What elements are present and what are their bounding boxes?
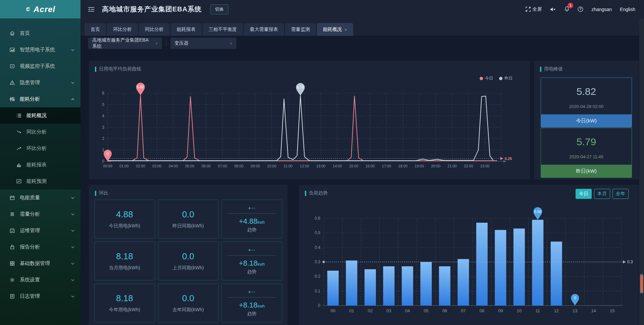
home-icon: [9, 31, 15, 36]
chevron-up-icon: [71, 98, 74, 101]
panel-title: 用电峰值: [540, 66, 563, 72]
sidebar-item-base-data[interactable]: 基础数据管理: [0, 255, 80, 272]
line-chart-box-icon: [16, 178, 22, 184]
svg-text:15:00: 15:00: [349, 164, 359, 168]
mute-icon[interactable]: [550, 7, 556, 12]
svg-text:07:00: 07:00: [218, 164, 227, 168]
svg-text:04:00: 04:00: [169, 164, 178, 168]
tab-energy-overview[interactable]: 能耗概况 ×: [317, 23, 353, 36]
sidebar-item-energy-analysis[interactable]: 能耗分析: [0, 91, 80, 107]
sidebar-item-log-management[interactable]: 日志管理: [0, 288, 80, 305]
svg-text:0.25: 0.25: [505, 157, 512, 161]
sidebar-item-label: 智慧用电子系统: [20, 47, 71, 53]
peak-value: 5.82: [541, 78, 632, 97]
chevron-down-icon: [71, 262, 74, 265]
filter-row: 高地城市服务产业集团EBA系统 ∨ 变压器 ∨: [88, 38, 236, 49]
grid-icon: [9, 261, 15, 266]
sidebar-item-video[interactable]: 视频监控子系统: [0, 58, 80, 74]
sidebar-subitem-energy-forecast[interactable]: 能耗预测: [0, 173, 80, 189]
sidebar-subitem-energy-report[interactable]: 能耗报表: [0, 157, 80, 173]
svg-text:21:00: 21:00: [447, 164, 457, 168]
svg-text:05: 05: [424, 308, 428, 313]
language-switch[interactable]: English: [620, 7, 635, 12]
close-icon[interactable]: ×: [344, 27, 347, 32]
scrollbar-track[interactable]: [639, 18, 644, 325]
sidebar-subitem-energy-overview[interactable]: 能耗概况: [0, 107, 80, 124]
gear-icon: [9, 277, 15, 283]
svg-text:0.2: 0.2: [315, 274, 320, 279]
collapse-sidebar-icon[interactable]: [88, 7, 95, 12]
sidebar-item-label: 报告分析: [20, 244, 71, 250]
sidebar-item-home[interactable]: 首页: [0, 25, 80, 42]
sidebar-nav: 首页 智慧用电子系统 视频监控子系统 隐患管理 能耗分析 能耗概况: [0, 18, 80, 305]
sidebar-item-label: 运维管理: [20, 227, 71, 234]
bar-chart-icon: [16, 162, 22, 168]
header-actions: 全屏 1 zhangsan English: [526, 6, 644, 13]
peak-time: 2020-04-27 11:45: [541, 154, 632, 165]
area-chart-icon: [9, 47, 15, 53]
daily-load-curve-panel: 日用电平均负荷曲线 今日 昨日 012345600:0001:0002:0003…: [89, 61, 530, 179]
sidebar-subitem-mom-analysis[interactable]: 环比分析: [0, 140, 80, 157]
svg-text:14:00: 14:00: [333, 164, 342, 168]
logo: Acrel: [0, 0, 80, 18]
username[interactable]: zhangsan: [591, 7, 612, 12]
svg-text:17:00: 17:00: [382, 164, 391, 168]
svg-text:12: 12: [554, 308, 559, 313]
tab-home[interactable]: 首页: [85, 23, 106, 36]
svg-text:0: 0: [574, 296, 576, 300]
header: 高地城市服务产业集团EBA系统 切换 全屏 1 zhangsan English: [80, 0, 644, 18]
trend-up-icon: [16, 146, 22, 151]
chevron-down-icon: ∨: [155, 41, 158, 46]
sidebar-item-label: 需量分析: [20, 211, 71, 217]
svg-text:16:00: 16:00: [366, 164, 375, 168]
sidebar-item-smart-power[interactable]: 智慧用电子系统: [0, 42, 80, 58]
peak-value: 5.79: [541, 128, 632, 148]
tab-demand-monitor[interactable]: 需量监测: [285, 23, 316, 36]
help-icon[interactable]: [578, 6, 583, 12]
svg-text:0.3: 0.3: [315, 260, 320, 264]
power-peak-panel: 用电峰值 5.82 2020-04-28 02:00 今日(kW) 5.79 2…: [534, 61, 639, 179]
ratio-panel: 环比 4.88 今日用电(kWh) 0.0 昨日同期(kWh) +-- +4.8…: [89, 185, 287, 325]
sidebar-item-label: 基础数据管理: [20, 260, 71, 267]
sidebar-item-system-settings[interactable]: 系统设置: [0, 272, 80, 288]
notification-badge: 1: [568, 3, 573, 8]
tab-energy-report[interactable]: 能耗报表: [171, 23, 202, 36]
fullscreen-label: 全屏: [532, 6, 542, 12]
ratio-card: 0.0 昨日同期(kWh): [158, 200, 219, 238]
peak-card-yesterday: 5.79 2020-04-27 11:45 昨日(kW): [541, 128, 632, 178]
chevron-down-icon: [71, 81, 74, 85]
svg-text:07: 07: [461, 308, 466, 313]
scrollbar-thumb[interactable]: [640, 274, 643, 293]
svg-text:08: 08: [480, 308, 484, 313]
sidebar: Acrel 首页 智慧用电子系统 视频监控子系统 隐患管理 能耗分析: [0, 0, 80, 325]
tab-max-demand-report[interactable]: 最大需量报表: [244, 23, 284, 36]
peak-time: 2020-04-28 02:00: [541, 104, 632, 114]
fullscreen-icon: [526, 7, 531, 12]
svg-text:18:00: 18:00: [398, 164, 408, 168]
sidebar-subitem-yoy-analysis[interactable]: 同比分析: [0, 124, 80, 140]
chevron-down-icon: [71, 295, 74, 298]
lock-icon: [9, 244, 15, 250]
svg-text:0.3: 0.3: [627, 260, 633, 264]
svg-text:0.59: 0.59: [534, 210, 541, 214]
svg-text:08:00: 08:00: [234, 164, 244, 168]
tab-mom-analysis[interactable]: 环比分析: [107, 23, 138, 36]
svg-text:5: 5: [102, 102, 104, 107]
page-title: 高地城市服务产业集团EBA系统: [102, 5, 202, 14]
switch-button[interactable]: 切换: [210, 4, 228, 14]
system-select[interactable]: 高地城市服务产业集团EBA系统 ∨: [88, 38, 162, 49]
sidebar-item-demand-analysis[interactable]: 需量分析: [0, 206, 80, 222]
svg-text:13: 13: [573, 308, 577, 313]
sidebar-item-report-analysis[interactable]: 报告分析: [0, 239, 80, 255]
notifications-button[interactable]: 1: [564, 6, 570, 13]
sidebar-item-hazard[interactable]: 隐患管理: [0, 74, 80, 91]
trend-down-icon: [16, 129, 22, 135]
tab-phase-imbalance[interactable]: 三相不平衡度: [203, 23, 243, 36]
svg-text:1: 1: [102, 148, 104, 152]
chevron-down-icon: [71, 48, 74, 52]
sidebar-item-ops-management[interactable]: 运维管理: [0, 222, 80, 239]
fullscreen-button[interactable]: 全屏: [526, 6, 542, 12]
sidebar-item-power-quality[interactable]: 电能质量: [0, 189, 80, 206]
tab-yoy-analysis[interactable]: 同比分析: [139, 23, 170, 36]
device-select[interactable]: 变压器 ∨: [170, 38, 236, 49]
